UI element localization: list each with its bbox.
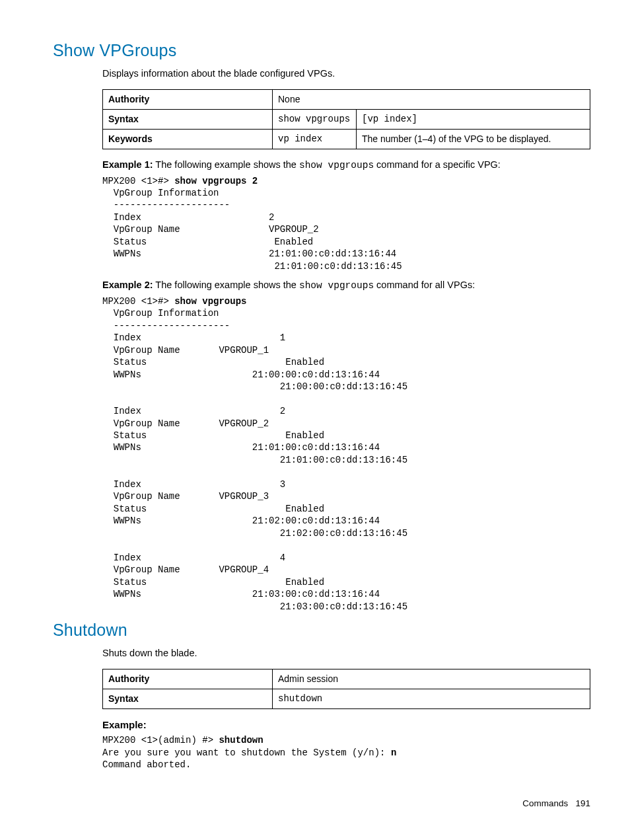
footer-label: Commands [522,798,568,808]
shutdown-example-cmd: shutdown [219,735,263,745]
syntax-command: shutdown [273,689,590,709]
example1-prompt-cmd: show vpgroups 2 [174,176,258,186]
example1-label: Example 1: [102,159,153,170]
example1-text-a: The following example shows the [153,159,299,170]
example2-prompt-cmd: show vpgroups [174,296,246,307]
example2-code: MPX200 <1>#> show vpgroups VpGroup Infor… [102,295,590,613]
example1-inline-cmd: show vpgroups [299,160,374,171]
table-row: Authority None [103,90,590,110]
authority-value: None [273,90,590,110]
section-title-show-vpgroups: Show VPGroups [53,40,590,62]
example2-inline-cmd: show vpgroups [299,280,374,291]
shutdown-example-code: MPX200 <1>(admin) #> shutdown Are you su… [102,734,590,771]
shutdown-example-input: n [391,747,396,758]
shutdown-example-line2a: Are you sure you want to shutdown the Sy… [102,747,391,758]
shutdown-example-line3: Command aborted. [102,759,191,770]
example2-prompt: MPX200 <1>#> [102,296,174,307]
syntax-command: show vpgroups [273,110,357,130]
example2-text-a: The following example shows the [153,280,299,290]
example1-intro: Example 1: The following example shows t… [102,159,590,172]
authority-value: Admin session [273,669,590,689]
example1-text-b: command for a specific VPG: [374,159,501,170]
syntax-label: Syntax [103,110,273,130]
section-title-shutdown: Shutdown [53,619,590,642]
syntax-argument: [vp index] [357,110,590,130]
example2-label: Example 2: [102,280,153,290]
keywords-keyword: vp index [273,130,357,149]
example1-body: VpGroup Information --------------------… [102,188,402,272]
example1-code: MPX200 <1>#> show vpgroups 2 VpGroup Inf… [102,175,590,273]
table-row: Syntax shutdown [103,689,590,709]
table-row: Keywords vp index The number (1–4) of th… [103,130,590,149]
example2-text-b: command for all VPGs: [374,280,475,290]
shutdown-example-prompt: MPX200 <1>(admin) #> [102,735,219,745]
keywords-label: Keywords [103,130,273,149]
authority-label: Authority [103,669,273,689]
example2-body: VpGroup Information --------------------… [102,308,407,611]
table-row: Authority Admin session [103,669,590,689]
keywords-description: The number (1–4) of the VPG to be displa… [357,130,590,149]
example-heading: Example: [102,718,590,732]
footer-page-number: 191 [575,798,590,808]
authority-label: Authority [103,90,273,110]
shutdown-table: Authority Admin session Syntax shutdown [102,669,590,709]
show-vpgroups-description: Displays information about the blade con… [102,67,590,81]
table-row: Syntax show vpgroups [vp index] [103,110,590,130]
shutdown-description: Shuts down the blade. [102,647,590,660]
syntax-label: Syntax [103,689,273,709]
show-vpgroups-table: Authority None Syntax show vpgroups [vp … [102,89,590,149]
example2-intro: Example 2: The following example shows t… [102,279,590,293]
example1-prompt: MPX200 <1>#> [102,176,174,186]
page-footer: Commands 191 [53,798,590,810]
